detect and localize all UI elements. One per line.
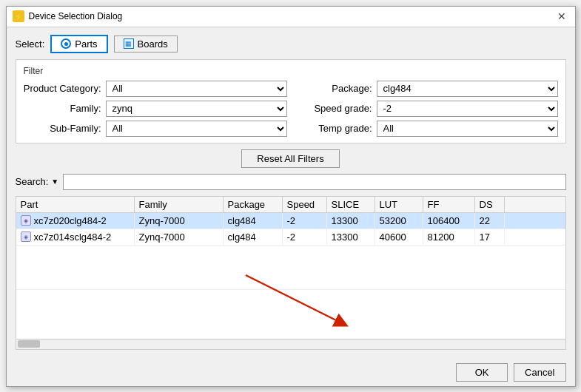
dialog-icon: ⚡ bbox=[13, 10, 24, 22]
filter-title: Filter bbox=[24, 66, 558, 76]
boards-icon: ▦ bbox=[124, 38, 134, 49]
ok-button[interactable]: OK bbox=[456, 363, 508, 382]
package-label: Package: bbox=[295, 83, 372, 94]
cell-slice-0: 13300 bbox=[327, 213, 375, 229]
cell-ds-1: 17 bbox=[475, 229, 505, 245]
bottom-bar: OK Cancel bbox=[7, 357, 575, 386]
table-row-empty bbox=[16, 246, 565, 290]
title-bar: ⚡ Device Selection Dialog ✕ bbox=[7, 7, 575, 27]
table-body: ◈ xc7z020clg484-2 Zynq-7000 clg484 -2 13… bbox=[16, 213, 565, 339]
scrollbar-thumb bbox=[18, 340, 40, 348]
cell-package-1: clg484 bbox=[224, 229, 283, 245]
select-row: Select: Parts ▦ Boards bbox=[16, 35, 566, 53]
select-label: Select: bbox=[16, 38, 45, 50]
family-row: Family: zynq bbox=[24, 101, 287, 117]
col-header-speed: Speed bbox=[283, 197, 327, 212]
reset-row: Reset All Filters bbox=[16, 149, 566, 168]
sub-family-row: Sub-Family: All bbox=[24, 121, 287, 137]
col-header-ds: DS bbox=[475, 197, 505, 212]
temp-grade-row: Temp grade: All bbox=[295, 121, 558, 137]
title-bar-left: ⚡ Device Selection Dialog bbox=[13, 10, 123, 22]
dialog-title: Device Selection Dialog bbox=[29, 11, 123, 21]
search-dropdown-icon: ▼ bbox=[51, 178, 58, 186]
cell-speed-1: -2 bbox=[283, 229, 327, 245]
cell-family-0: Zynq-7000 bbox=[135, 213, 224, 229]
cell-ff-1: 81200 bbox=[423, 229, 475, 245]
col-header-lut: LUT bbox=[375, 197, 423, 212]
family-select[interactable]: zynq bbox=[106, 101, 287, 117]
results-table: Part Family Package Speed SLICE LUT FF D… bbox=[16, 196, 566, 350]
device-icon-1: ◈ bbox=[21, 232, 31, 242]
reset-filters-button[interactable]: Reset All Filters bbox=[241, 149, 339, 168]
horizontal-scrollbar[interactable] bbox=[16, 339, 565, 349]
dialog-content: Select: Parts ▦ Boards Filter Product Ca… bbox=[7, 27, 575, 357]
product-category-label: Product Category: bbox=[24, 83, 101, 94]
close-button[interactable]: ✕ bbox=[554, 9, 569, 24]
col-header-package: Package bbox=[224, 197, 283, 212]
speed-grade-select[interactable]: -2 bbox=[377, 101, 558, 117]
speed-grade-row: Speed grade: -2 bbox=[295, 101, 558, 117]
device-selection-dialog: ⚡ Device Selection Dialog ✕ Select: Part… bbox=[6, 6, 576, 387]
cell-package-0: clg484 bbox=[224, 213, 283, 229]
col-header-part: Part bbox=[16, 197, 135, 212]
cell-family-1: Zynq-7000 bbox=[135, 229, 224, 245]
filter-box: Filter Product Category: All Family: zyn… bbox=[16, 59, 566, 143]
boards-tab[interactable]: ▦ Boards bbox=[114, 36, 178, 53]
filter-grid: Product Category: All Family: zynq Sub-F… bbox=[24, 81, 558, 137]
sub-family-label: Sub-Family: bbox=[24, 123, 101, 134]
package-row: Package: clg484 bbox=[295, 81, 558, 97]
boards-label: Boards bbox=[138, 38, 168, 50]
cell-ds-0: 22 bbox=[475, 213, 505, 229]
filter-column-left: Product Category: All Family: zynq Sub-F… bbox=[24, 81, 287, 137]
family-label: Family: bbox=[24, 103, 101, 114]
table-header: Part Family Package Speed SLICE LUT FF D… bbox=[16, 197, 565, 213]
search-label-text: Search: bbox=[16, 176, 49, 187]
cell-speed-0: -2 bbox=[283, 213, 327, 229]
cancel-button[interactable]: Cancel bbox=[514, 363, 565, 382]
product-category-row: Product Category: All bbox=[24, 81, 287, 97]
cell-lut-0: 53200 bbox=[375, 213, 423, 229]
col-header-family: Family bbox=[135, 197, 224, 212]
col-header-ff: FF bbox=[423, 197, 475, 212]
search-input[interactable] bbox=[63, 174, 565, 190]
speed-grade-label: Speed grade: bbox=[295, 103, 372, 114]
package-select[interactable]: clg484 bbox=[377, 81, 558, 97]
temp-grade-select[interactable]: All bbox=[377, 121, 558, 137]
search-row: Search: ▼ bbox=[16, 174, 566, 190]
sub-family-select[interactable]: All bbox=[106, 121, 287, 137]
parts-tab[interactable]: Parts bbox=[50, 35, 107, 53]
cell-lut-1: 40600 bbox=[375, 229, 423, 245]
table-row[interactable]: ◈ xc7z014sclg484-2 Zynq-7000 clg484 -2 1… bbox=[16, 229, 565, 246]
filter-column-right: Package: clg484 Speed grade: -2 Temp gra… bbox=[295, 81, 558, 137]
temp-grade-label: Temp grade: bbox=[295, 123, 372, 134]
parts-label: Parts bbox=[75, 38, 97, 50]
cell-part-0: ◈ xc7z020clg484-2 bbox=[16, 213, 135, 229]
search-label[interactable]: Search: ▼ bbox=[16, 176, 59, 187]
cell-ff-0: 106400 bbox=[423, 213, 475, 229]
device-icon-0: ◈ bbox=[21, 215, 31, 226]
cell-part-1: ◈ xc7z014sclg484-2 bbox=[16, 229, 135, 245]
cell-slice-1: 13300 bbox=[327, 229, 375, 245]
parts-icon bbox=[61, 38, 71, 49]
col-header-slice: SLICE bbox=[327, 197, 375, 212]
product-category-select[interactable]: All bbox=[106, 81, 287, 97]
table-row[interactable]: ◈ xc7z020clg484-2 Zynq-7000 clg484 -2 13… bbox=[16, 213, 565, 229]
